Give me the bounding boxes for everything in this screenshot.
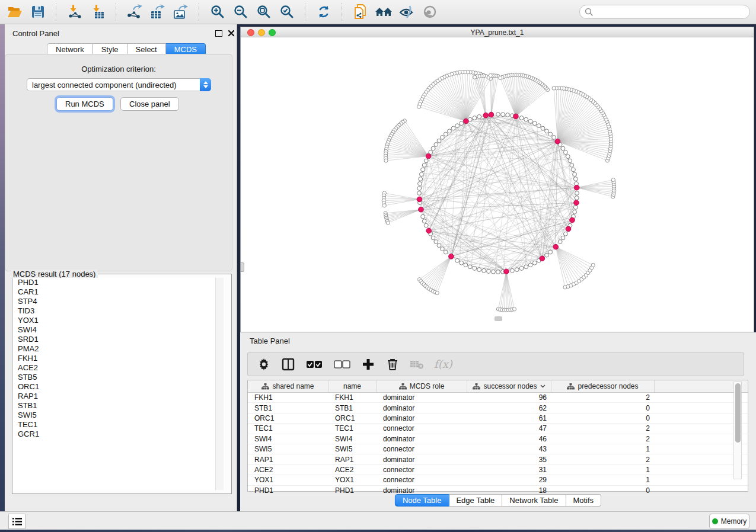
table-row[interactable]: ORC1ORC1dominator610	[248, 414, 748, 424]
ring-node[interactable]	[532, 121, 537, 126]
table-row[interactable]: FKH1FKH1dominator962	[248, 393, 748, 403]
ring-node[interactable]	[451, 126, 455, 130]
ring-node[interactable]	[473, 267, 477, 271]
ring-node[interactable]	[417, 191, 422, 196]
table-vscroll-thumb[interactable]	[735, 383, 741, 443]
ring-node[interactable]	[492, 270, 496, 274]
ring-node[interactable]	[441, 136, 445, 140]
ring-node[interactable]	[437, 243, 441, 248]
mcds-hub-node[interactable]	[449, 254, 454, 259]
copy-network-icon[interactable]	[352, 3, 369, 21]
mcds-result-item[interactable]: CAR1	[13, 287, 224, 297]
split-panel-icon[interactable]	[281, 357, 295, 371]
ring-node[interactable]	[524, 265, 528, 269]
mcds-result-item[interactable]: TID3	[13, 306, 224, 316]
tab-edge-table[interactable]: Edge Table	[449, 494, 502, 507]
close-panel-button[interactable]: Close panel	[120, 97, 179, 111]
ring-node[interactable]	[431, 236, 435, 240]
ring-node[interactable]	[519, 267, 524, 271]
table-row[interactable]: TEC1TEC1connector472	[248, 424, 748, 434]
ring-node[interactable]	[496, 270, 500, 274]
ring-node[interactable]	[575, 191, 579, 196]
zoom-in-icon[interactable]	[209, 3, 227, 21]
ring-node[interactable]	[573, 177, 578, 181]
ring-node[interactable]	[532, 261, 537, 265]
mcds-result-item[interactable]: ACE2	[13, 363, 224, 373]
deselect-all-columns-icon[interactable]	[333, 357, 351, 371]
search-input[interactable]	[597, 7, 745, 17]
tab-network-table[interactable]: Network Table	[502, 494, 566, 507]
table-body[interactable]: FKH1FKH1dominator962STB1STB1dominator620…	[248, 393, 748, 496]
mcds-hub-node[interactable]	[504, 269, 509, 274]
mcds-hub-node[interactable]	[426, 228, 432, 233]
zoom-out-icon[interactable]	[232, 3, 250, 21]
ring-node[interactable]	[524, 117, 528, 121]
ring-node[interactable]	[448, 129, 452, 133]
automation-panel-button[interactable]	[8, 514, 25, 529]
ring-node[interactable]	[444, 132, 448, 136]
export-network-icon[interactable]	[126, 3, 143, 21]
ring-node[interactable]	[548, 132, 553, 136]
mcds-result-list[interactable]: PHD1CAR1STP4TID3YOX1SWI4SRD1PMA2FKH1ACE2…	[13, 278, 224, 490]
mcds-hub-node[interactable]	[566, 226, 571, 232]
mcds-result-item[interactable]: PHD1	[13, 278, 224, 287]
mcds-result-item[interactable]: STB5	[13, 373, 224, 382]
mcds-result-item[interactable]: YOX1	[13, 316, 224, 325]
network-canvas[interactable]	[241, 37, 754, 332]
ring-node[interactable]	[431, 146, 435, 150]
column-header-name[interactable]: name	[328, 380, 377, 392]
table-row[interactable]: STB1STB1dominator620	[248, 403, 748, 413]
mcds-hub-node[interactable]	[553, 244, 559, 249]
ring-node[interactable]	[422, 219, 426, 223]
mcds-hub-node[interactable]	[489, 112, 494, 117]
float-panel-icon[interactable]	[215, 30, 222, 37]
save-session-icon[interactable]	[29, 3, 47, 21]
mcds-hub-node[interactable]	[419, 207, 424, 212]
select-all-columns-icon[interactable]	[305, 357, 323, 371]
run-mcds-button[interactable]: Run MCDS	[56, 97, 113, 111]
mcds-hub-node[interactable]	[540, 256, 545, 261]
ring-node[interactable]	[419, 177, 423, 181]
ring-node[interactable]	[444, 250, 448, 254]
satellite-node[interactable]	[499, 76, 502, 79]
split-divider-handle[interactable]	[241, 262, 244, 272]
ring-node[interactable]	[573, 206, 578, 210]
satellite-node[interactable]	[552, 86, 556, 90]
mcds-hub-node[interactable]	[570, 217, 575, 223]
mcds-hub-node[interactable]	[555, 139, 560, 144]
table-row[interactable]: ACE2ACE2connector311	[248, 465, 748, 475]
satellite-node[interactable]	[386, 221, 390, 225]
export-image-icon[interactable]	[172, 3, 190, 21]
network-window-titlebar[interactable]: YPA_prune.txt_1	[241, 27, 754, 37]
satellite-node[interactable]	[417, 105, 420, 108]
ring-node[interactable]	[418, 182, 422, 186]
satellite-node[interactable]	[591, 263, 595, 267]
tab-motifs[interactable]: Motifs	[566, 494, 601, 507]
ring-node[interactable]	[434, 240, 438, 244]
ring-node[interactable]	[421, 168, 425, 172]
ring-node[interactable]	[455, 124, 460, 128]
hide-selected-icon[interactable]	[398, 3, 416, 21]
table-row[interactable]: SWI5SWI5connector431	[248, 444, 748, 454]
ring-node[interactable]	[558, 240, 562, 244]
mcds-result-item[interactable]: SWI4	[13, 325, 224, 335]
ring-node[interactable]	[460, 121, 464, 126]
ring-node[interactable]	[477, 268, 481, 272]
optimization-criterion-select[interactable]: largest connected component (undirected)	[27, 78, 211, 91]
export-table-icon[interactable]	[149, 3, 167, 21]
ring-node[interactable]	[437, 139, 441, 143]
ring-node[interactable]	[528, 263, 532, 267]
ring-node[interactable]	[464, 263, 468, 267]
satellite-node[interactable]	[382, 204, 386, 207]
mcds-result-item[interactable]: STP4	[13, 297, 224, 306]
ring-node[interactable]	[573, 210, 577, 214]
ring-node[interactable]	[541, 126, 545, 130]
ring-node[interactable]	[568, 159, 572, 163]
tab-node-table[interactable]: Node Table	[395, 494, 449, 507]
ring-node[interactable]	[482, 268, 486, 273]
mcds-hub-node[interactable]	[426, 153, 431, 159]
ring-node[interactable]	[421, 214, 425, 219]
ring-node[interactable]	[441, 247, 445, 251]
mcds-result-item[interactable]: TEC1	[13, 420, 224, 430]
ring-node[interactable]	[563, 150, 567, 155]
